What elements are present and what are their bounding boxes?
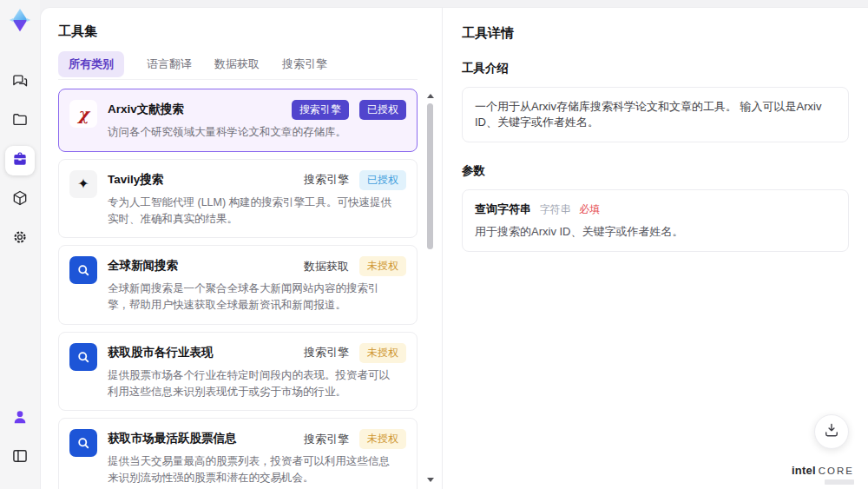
download-icon xyxy=(823,421,840,442)
tool-status-badge: 未授权 xyxy=(359,429,406,449)
nav-settings-button[interactable] xyxy=(5,224,35,254)
scroll-up-arrow[interactable] xyxy=(427,94,434,98)
left-rail xyxy=(0,0,40,489)
tool-description: 提供当天交易量最高的股票列表，投资者可以利用这些信息来识别流动性强的股票和潜在的… xyxy=(108,453,396,486)
toolbox-icon xyxy=(11,150,29,171)
intro-heading: 工具介绍 xyxy=(462,61,849,76)
tool-list-panel: 工具集 所有类别 语言翻译 数据获取 搜索引擎 χ Arxiv文献搜索 搜索引擎… xyxy=(41,8,442,489)
intro-box: 一个用于从Arxiv存储库搜索科学论文和文章的工具。 输入可以是Arxiv ID… xyxy=(462,87,849,142)
params-heading: 参数 xyxy=(462,163,849,179)
tool-name: Arxiv文献搜索 xyxy=(108,100,283,117)
tool-list: χ Arxiv文献搜索 搜索引擎 已授权 访问各个研究领域大量科学论文和文章的存… xyxy=(58,89,442,489)
tool-status-badge: 未授权 xyxy=(359,256,406,276)
nav-files-button[interactable] xyxy=(5,107,35,136)
nav-models-button[interactable] xyxy=(5,185,35,215)
tab-search-engine[interactable]: 搜索引擎 xyxy=(282,56,327,72)
tool-card-arxiv[interactable]: χ Arxiv文献搜索 搜索引擎 已授权 访问各个研究领域大量科学论文和文章的存… xyxy=(58,89,418,152)
tool-category: 搜索引擎 xyxy=(304,172,349,188)
tool-status-badge: 已授权 xyxy=(359,170,406,190)
page-title: 工具集 xyxy=(58,23,442,40)
tool-card-active-stocks[interactable]: 获取市场最活跃股票信息 搜索引擎 未授权 提供当天交易量最高的股票列表，投资者可… xyxy=(58,418,418,489)
param-description: 用于搜索的Arxiv ID、关键字或作者姓名。 xyxy=(475,224,836,240)
intel-core-logo: intel core xyxy=(792,464,854,477)
tool-card-sector-performance[interactable]: 获取股市各行业表现 搜索引擎 未授权 提供股票市场各个行业在特定时间段内的表现。… xyxy=(58,332,418,412)
tool-name: 获取股市各行业表现 xyxy=(108,343,295,360)
tool-status-badge: 未授权 xyxy=(359,343,406,363)
arxiv-icon: χ xyxy=(69,100,97,128)
tab-all-categories[interactable]: 所有类别 xyxy=(58,51,124,77)
user-avatar-button[interactable] xyxy=(5,404,35,433)
tavily-icon: ✦ xyxy=(69,170,97,198)
search-logo-icon xyxy=(69,256,97,284)
nav-chat-button[interactable] xyxy=(5,68,35,97)
category-tabs: 所有类别 语言翻译 数据获取 搜索引擎 xyxy=(58,54,418,80)
param-required-badge: 必填 xyxy=(579,203,600,215)
nav-tools-button[interactable] xyxy=(5,146,35,175)
tab-language-translation[interactable]: 语言翻译 xyxy=(147,56,192,72)
intel-logo-sub-mark xyxy=(825,479,854,485)
detail-title: 工具详情 xyxy=(462,25,849,42)
tool-category: 搜索引擎 xyxy=(304,345,349,360)
tool-detail-panel: 工具详情 工具介绍 一个用于从Arxiv存储库搜索科学论文和文章的工具。 输入可… xyxy=(442,8,868,489)
param-name: 查询字符串 xyxy=(475,202,531,215)
tool-card-global-news[interactable]: 全球新闻搜索 数据获取 未授权 全球新闻搜索是一个聚合全球各大新闻网站内容的搜索… xyxy=(58,245,418,325)
search-logo-icon xyxy=(69,343,97,371)
scrollbar-thumb[interactable] xyxy=(427,103,433,249)
intel-product-text: core xyxy=(819,466,854,476)
tool-category: 搜索引擎 xyxy=(292,100,349,120)
folder-icon xyxy=(11,111,29,132)
cube-icon xyxy=(11,189,29,210)
gear-icon xyxy=(11,228,29,249)
chat-icon xyxy=(11,72,29,93)
tool-description: 专为人工智能代理 (LLM) 构建的搜索引擎工具。可快速提供实时、准确和真实的结… xyxy=(108,195,396,228)
intel-brand-text: intel xyxy=(792,464,816,477)
tool-card-tavily[interactable]: ✦ Tavily搜索 搜索引擎 已授权 专为人工智能代理 (LLM) 构建的搜索… xyxy=(58,159,418,239)
tool-name: 全球新闻搜索 xyxy=(108,256,295,274)
app-logo-icon xyxy=(7,7,33,33)
tool-description: 全球新闻搜索是一个聚合全球各大新闻网站内容的搜索引擎，帮助用户快速获取全球最新资… xyxy=(108,281,396,314)
tool-category: 数据获取 xyxy=(304,259,349,274)
panel-toggle-button[interactable] xyxy=(5,443,35,472)
tool-status-badge: 已授权 xyxy=(359,100,406,120)
tool-category: 搜索引擎 xyxy=(304,432,349,447)
search-logo-icon xyxy=(69,429,97,457)
scroll-down-arrow[interactable] xyxy=(427,478,434,482)
tool-description: 提供股票市场各个行业在特定时间段内的表现。投资者可以利用这些信息来识别表现优于或… xyxy=(108,367,396,400)
tool-name: Tavily搜索 xyxy=(108,170,295,188)
tool-description: 访问各个研究领域大量科学论文和文章的存储库。 xyxy=(108,124,396,141)
param-type: 字符串 xyxy=(540,203,571,215)
main-panel: 工具集 所有类别 语言翻译 数据获取 搜索引擎 χ Arxiv文献搜索 搜索引擎… xyxy=(40,7,868,489)
tab-data-fetch[interactable]: 数据获取 xyxy=(214,56,260,72)
param-box: 查询字符串 字符串 必填 用于搜索的Arxiv ID、关键字或作者姓名。 xyxy=(462,189,849,252)
panel-toggle-icon xyxy=(11,447,29,468)
list-scrollbar[interactable] xyxy=(426,90,434,487)
user-avatar-icon xyxy=(11,408,29,429)
download-button[interactable] xyxy=(814,414,849,449)
tool-name: 获取市场最活跃股票信息 xyxy=(108,429,295,446)
param-header: 查询字符串 字符串 必填 xyxy=(475,202,836,217)
